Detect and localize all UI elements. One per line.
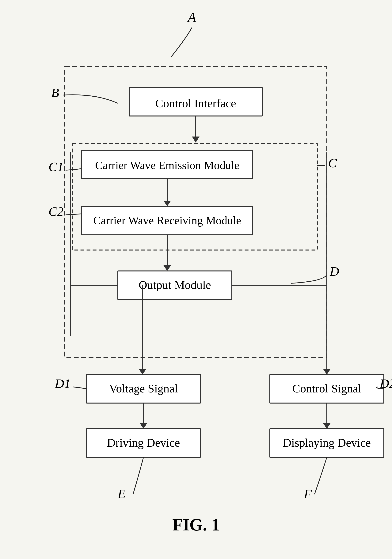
control-signal-label: Control Signal [292,382,361,395]
figure-title: FIG. 1 [172,515,220,534]
label-b: B [51,85,59,100]
label-a: A [187,10,196,25]
diagram-container: A B Control Interface C1 C Carrier Wave … [0,0,392,559]
label-c2: C2 [48,204,64,219]
control-interface-label: Control Interface [155,97,236,110]
driving-device-label: Driving Device [107,436,180,449]
output-module-label: Output Module [139,278,211,291]
carrier-wave-emission-label: Carrier Wave Emission Module [95,159,239,171]
label-d: D [329,264,339,279]
label-d1: D1 [55,376,71,391]
carrier-wave-receiving-label: Carrier Wave Receiving Module [93,214,241,227]
voltage-signal-label: Voltage Signal [109,382,178,395]
label-e: E [118,486,126,501]
label-f: F [304,486,312,501]
label-c: C [328,156,337,170]
displaying-device-label: Displaying Device [283,436,371,449]
label-c1: C1 [48,159,64,174]
